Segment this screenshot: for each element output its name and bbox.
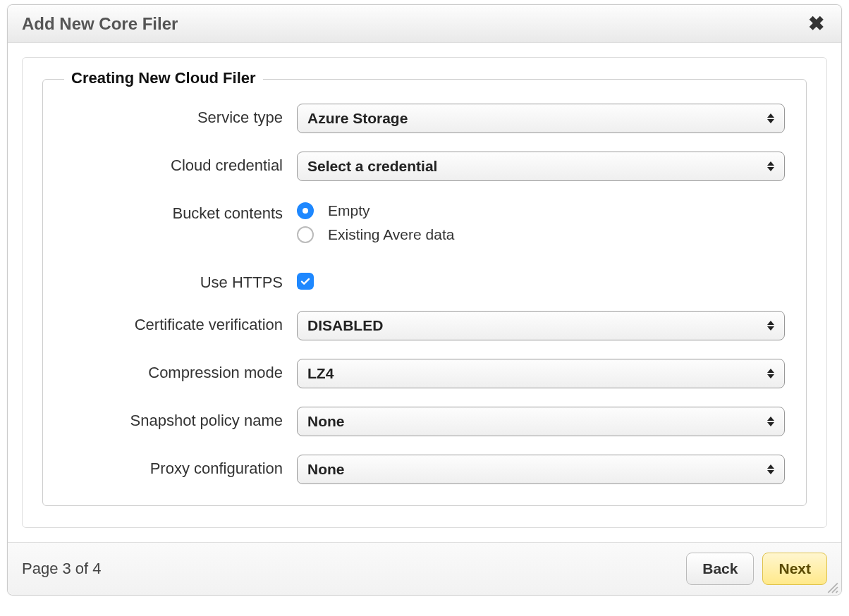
check-icon: [300, 276, 311, 287]
bucket-contents-group: Empty Existing Avere data: [297, 199, 785, 243]
dialog-footer: Page 3 of 4 Back Next: [8, 542, 841, 595]
bucket-contents-label: Bucket contents: [64, 199, 297, 223]
compression-mode-select[interactable]: LZ4: [297, 359, 785, 388]
cert-verification-select[interactable]: DISABLED: [297, 311, 785, 340]
snapshot-policy-label: Snapshot policy name: [64, 407, 297, 431]
caret-icon: [767, 321, 774, 331]
proxy-config-value: None: [307, 461, 345, 478]
compression-mode-label: Compression mode: [64, 359, 297, 383]
bucket-contents-empty-radio[interactable]: Empty: [297, 202, 785, 219]
caret-icon: [767, 369, 774, 378]
service-type-select[interactable]: Azure Storage: [297, 104, 785, 133]
fieldset-legend: Creating New Cloud Filer: [64, 69, 263, 87]
back-button-label: Back: [702, 560, 738, 577]
dialog-title: Add New Core Filer: [22, 14, 178, 34]
caret-icon: [767, 464, 774, 474]
caret-icon: [767, 113, 774, 123]
bucket-contents-existing-radio[interactable]: Existing Avere data: [297, 226, 785, 243]
inner-panel: Creating New Cloud Filer Service type Az…: [22, 57, 827, 528]
radio-icon: [297, 226, 314, 243]
proxy-config-select[interactable]: None: [297, 455, 785, 484]
cloud-credential-select[interactable]: Select a credential: [297, 152, 785, 181]
footer-buttons: Back Next: [686, 553, 827, 585]
radio-label-empty: Empty: [328, 202, 370, 219]
dialog-body: Creating New Cloud Filer Service type Az…: [8, 43, 841, 542]
service-type-value: Azure Storage: [307, 110, 408, 127]
page-indicator: Page 3 of 4: [22, 560, 102, 578]
cloud-credential-value: Select a credential: [307, 158, 437, 175]
radio-icon: [297, 202, 314, 219]
use-https-label: Use HTTPS: [64, 269, 297, 292]
cert-verification-label: Certificate verification: [64, 311, 297, 335]
cloud-credential-label: Cloud credential: [64, 152, 297, 175]
use-https-checkbox[interactable]: [297, 273, 314, 290]
caret-icon: [767, 161, 774, 171]
radio-label-existing: Existing Avere data: [328, 226, 454, 243]
next-button[interactable]: Next: [762, 553, 827, 585]
compression-mode-value: LZ4: [307, 365, 334, 382]
snapshot-policy-select[interactable]: None: [297, 407, 785, 436]
svg-line-2: [836, 591, 838, 592]
service-type-label: Service type: [64, 104, 297, 128]
next-button-label: Next: [778, 560, 811, 577]
snapshot-policy-value: None: [307, 413, 345, 430]
caret-icon: [767, 417, 774, 426]
close-icon[interactable]: ✖: [805, 11, 827, 37]
cert-verification-value: DISABLED: [307, 317, 383, 334]
dialog-header: Add New Core Filer ✖: [8, 5, 841, 43]
add-core-filer-dialog: Add New Core Filer ✖ Creating New Cloud …: [7, 4, 842, 596]
resize-grip-icon[interactable]: [826, 581, 838, 593]
cloud-filer-fieldset: Creating New Cloud Filer Service type Az…: [42, 79, 807, 506]
proxy-config-label: Proxy configuration: [64, 455, 297, 479]
back-button[interactable]: Back: [686, 553, 754, 585]
